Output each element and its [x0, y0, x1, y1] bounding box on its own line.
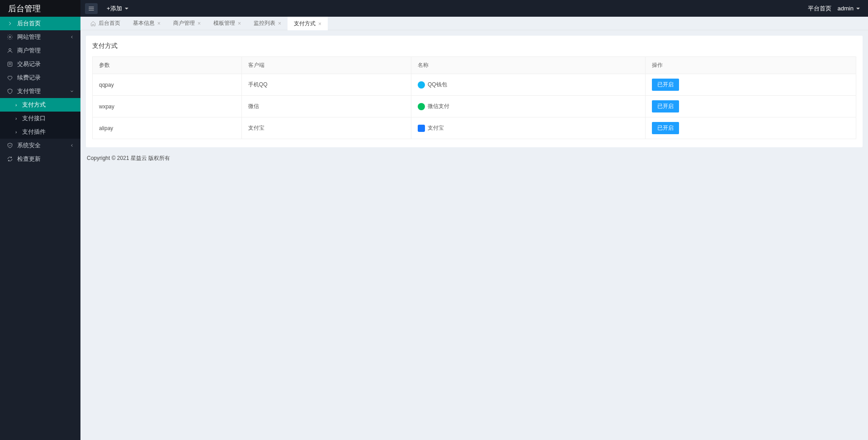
sidebar-label: 后台首页 [17, 19, 41, 28]
col-client: 客户端 [241, 57, 411, 74]
cell-name: QQ钱包 [411, 74, 645, 96]
sidebar-label: 支付管理 [17, 87, 41, 95]
sidebar-item-home[interactable]: 后台首页 [0, 17, 80, 30]
cell-client: 支付宝 [241, 117, 411, 139]
cell-param: wxpay [93, 96, 242, 117]
menu-icon [88, 5, 94, 12]
add-dropdown[interactable]: +添加 [101, 5, 134, 13]
sidebar-toggle[interactable] [85, 3, 98, 14]
refresh-icon [6, 156, 14, 162]
user-menu[interactable]: admin [838, 5, 860, 12]
sidebar-label: 网站管理 [17, 33, 41, 41]
list-icon [6, 61, 14, 67]
chevron-right-icon: › [15, 130, 17, 135]
sidebar-sub-pay-interface[interactable]: › 支付接口 [0, 112, 80, 125]
user-icon [6, 47, 14, 54]
footer: Copyright © 2021 星益云 版权所有 [86, 153, 863, 164]
tab-label: 基本信息 [133, 19, 155, 27]
sidebar-item-update[interactable]: 检查更新 [0, 152, 80, 166]
add-label: +添加 [107, 5, 122, 13]
chevron-left-icon [70, 34, 74, 41]
enable-button[interactable]: 已开启 [652, 100, 679, 112]
sidebar: 后台首页 网站管理 商户管理 交易记录 续费记录 支付管理 [0, 17, 80, 440]
sidebar-label: 检查更新 [17, 155, 41, 163]
caret-down-icon [856, 8, 860, 9]
table-row: alipay支付宝支付宝已开启 [93, 117, 856, 139]
tab-merchant[interactable]: 商户管理 × [167, 17, 207, 30]
chevron-left-icon [70, 142, 74, 149]
panel-title: 支付方式 [92, 42, 856, 50]
sidebar-label: 交易记录 [17, 60, 41, 68]
col-param: 参数 [93, 57, 242, 74]
pay-table: 参数 客户端 名称 操作 qqpay手机QQQQ钱包已开启wxpay微信微信支付… [92, 56, 856, 139]
tab-monitor[interactable]: 监控列表 × [247, 17, 288, 30]
topbar: 后台管理 +添加 平台首页 admin [0, 0, 868, 17]
sidebar-item-pay[interactable]: 支付管理 [0, 84, 80, 98]
sidebar-sub-pay-plugin[interactable]: › 支付插件 [0, 125, 80, 139]
cell-param: alipay [93, 117, 242, 139]
cell-action: 已开启 [646, 117, 856, 139]
platform-home-link[interactable]: 平台首页 [808, 5, 831, 13]
enable-button[interactable]: 已开启 [652, 79, 679, 91]
sidebar-label: 支付方式 [22, 101, 46, 109]
sidebar-sub-pay-method[interactable]: › 支付方式 [0, 98, 80, 112]
close-icon[interactable]: × [238, 20, 241, 27]
tab-label: 后台首页 [99, 19, 120, 27]
sidebar-submenu-pay: › 支付方式 › 支付接口 › 支付插件 [0, 98, 80, 139]
heart-icon [6, 75, 14, 81]
table-row: qqpay手机QQQQ钱包已开启 [93, 74, 856, 96]
sidebar-label: 续费记录 [17, 74, 41, 82]
sidebar-label: 支付插件 [22, 128, 46, 136]
user-label: admin [838, 5, 854, 12]
chevron-down-icon [70, 88, 74, 95]
gear-icon [6, 34, 14, 40]
cell-client: 手机QQ [241, 74, 411, 96]
sidebar-item-security[interactable]: 系统安全 [0, 139, 80, 152]
cell-param: qqpay [93, 74, 242, 96]
tabs: 后台首页 基本信息 × 商户管理 × 模板管理 × 监控列表 × [80, 17, 868, 30]
sidebar-item-merchant[interactable]: 商户管理 [0, 44, 80, 57]
cell-name: 微信支付 [411, 96, 645, 117]
cell-client: 微信 [241, 96, 411, 117]
col-name: 名称 [411, 57, 645, 74]
cell-name: 支付宝 [411, 117, 645, 139]
tab-label: 模板管理 [213, 19, 235, 27]
tab-label: 商户管理 [173, 19, 195, 27]
close-icon[interactable]: × [318, 21, 321, 27]
caret-down-icon [125, 8, 128, 9]
shield-icon [6, 88, 14, 94]
panel-pay-method: 支付方式 参数 客户端 名称 操作 qqpay手机QQQQ钱包已开启wxpay微… [86, 36, 863, 147]
svg-rect-2 [8, 62, 12, 66]
wx-pay-icon [418, 103, 425, 110]
tab-home[interactable]: 后台首页 [84, 17, 127, 30]
ali-pay-icon [418, 125, 425, 132]
table-row: wxpay微信微信支付已开启 [93, 96, 856, 117]
col-action: 操作 [646, 57, 856, 74]
tab-label: 支付方式 [294, 20, 316, 28]
chevron-right-icon: › [15, 103, 17, 108]
sidebar-item-trade[interactable]: 交易记录 [0, 57, 80, 71]
svg-point-0 [9, 36, 11, 38]
sidebar-label: 系统安全 [17, 141, 41, 150]
shield-check-icon [6, 142, 14, 149]
tab-label: 监控列表 [254, 19, 275, 27]
tab-pay-method[interactable]: 支付方式 × [288, 17, 328, 30]
sidebar-label: 支付接口 [22, 114, 46, 122]
sidebar-item-site[interactable]: 网站管理 [0, 30, 80, 44]
enable-button[interactable]: 已开启 [652, 122, 679, 134]
cell-action: 已开启 [646, 96, 856, 117]
close-icon[interactable]: × [278, 20, 281, 27]
tab-template[interactable]: 模板管理 × [207, 17, 247, 30]
cell-action: 已开启 [646, 74, 856, 96]
svg-point-1 [9, 48, 11, 51]
chevron-right-icon [6, 20, 14, 27]
brand: 后台管理 [0, 0, 80, 17]
close-icon[interactable]: × [198, 20, 201, 27]
chevron-right-icon: › [15, 116, 17, 121]
close-icon[interactable]: × [157, 20, 160, 27]
qq-pay-icon [418, 81, 425, 89]
tab-basic[interactable]: 基本信息 × [127, 17, 167, 30]
sidebar-item-renew[interactable]: 续费记录 [0, 71, 80, 84]
sidebar-label: 商户管理 [17, 47, 41, 55]
home-icon [90, 21, 96, 26]
